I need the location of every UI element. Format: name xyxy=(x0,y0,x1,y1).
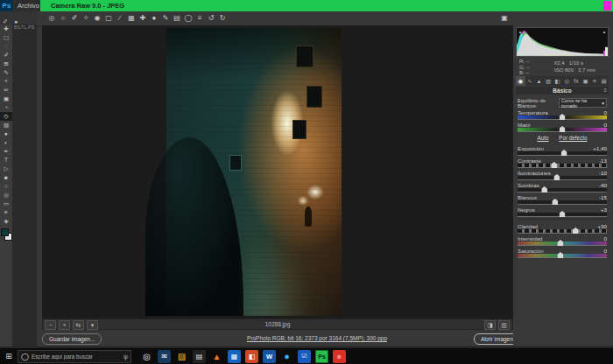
quick-selection-tool-icon[interactable]: ✐ xyxy=(0,51,12,60)
artboard-tool-icon[interactable]: ▭ xyxy=(0,200,12,208)
preview-image[interactable] xyxy=(166,28,342,316)
slider-thumb[interactable] xyxy=(541,186,547,192)
dodge-tool-icon[interactable]: ◐ xyxy=(0,138,12,147)
taskbar-cortana-icon[interactable]: ◎ xyxy=(140,350,153,363)
history-brush-tool-icon[interactable]: ◔ xyxy=(0,103,12,112)
taskbar-app-orange-icon[interactable]: ◧ xyxy=(245,350,258,363)
shadow-clipping-indicator[interactable]: ▴ xyxy=(518,29,523,34)
ps-document-tab[interactable]: BILTL.PS xyxy=(14,24,37,30)
highlight-clipping-indicator[interactable]: ▴ xyxy=(602,29,607,34)
red-eye-tool-icon[interactable]: ● xyxy=(150,11,159,25)
transform-tool-icon[interactable]: ▦ xyxy=(127,11,136,25)
slider-thumb[interactable] xyxy=(573,228,579,234)
taskbar-edge-icon[interactable]: ● xyxy=(280,350,293,363)
brush-tool-icon[interactable]: ✏ xyxy=(0,86,12,94)
tab-split-toning[interactable]: ◧ xyxy=(553,76,562,86)
slider-thumb[interactable] xyxy=(560,114,566,120)
white-balance-select[interactable]: Como se ha tomado ▾ xyxy=(559,98,607,108)
straighten-tool-icon[interactable]: ∕ xyxy=(116,11,124,25)
gradient-tool-icon[interactable]: ▨ xyxy=(0,121,12,130)
rotate-right-icon[interactable]: ↻ xyxy=(218,11,227,25)
zoom-tool-icon[interactable]: ◎ xyxy=(47,11,56,25)
taskbar-vlc-icon[interactable]: ▲ xyxy=(210,350,223,363)
tab-basic[interactable]: ◉ xyxy=(516,76,525,86)
slider-thumb[interactable] xyxy=(560,126,566,132)
rotate-left-icon[interactable]: ↺ xyxy=(207,11,215,25)
blacks-slider: Negros xyxy=(518,206,535,213)
toggle-fullscreen-icon[interactable]: ▣ xyxy=(499,11,510,25)
taskbar-photoshop-icon[interactable]: Ps xyxy=(315,350,328,363)
tab-snapshots[interactable]: ▤ xyxy=(599,76,609,86)
save-image-button[interactable]: Guardar imagen... xyxy=(42,333,102,345)
move-tool-icon[interactable]: ✚ xyxy=(0,24,12,33)
crop-tool-icon[interactable]: ⊞ xyxy=(0,60,12,68)
highlights-slider: Iluminaciones xyxy=(518,170,551,176)
edit-toolbar-icon[interactable]: ≡ xyxy=(0,208,12,217)
acr-window-title[interactable]: Camera Raw 9.0 - JPEG xyxy=(40,0,613,11)
slider-thumb[interactable] xyxy=(552,199,558,205)
adjustment-brush-tool-icon[interactable]: ✎ xyxy=(161,11,170,25)
slider-thumb[interactable] xyxy=(561,150,567,156)
microphone-icon[interactable]: ψ xyxy=(123,354,128,360)
slider-thumb[interactable] xyxy=(560,211,566,217)
taskbar-app-blue-icon[interactable]: ▦ xyxy=(228,350,241,363)
slider-thumb[interactable] xyxy=(557,240,563,246)
slider-thumb[interactable] xyxy=(557,252,563,258)
workflow-options-link[interactable]: ProPhoto RGB; bit 16; 2373 por 3164 (7,5… xyxy=(142,330,492,346)
preview-mode-button[interactable]: ▥ xyxy=(498,320,510,330)
hand-tool-icon[interactable]: ○ xyxy=(59,11,67,25)
clarity-slider: Claridad+30 xyxy=(518,223,607,233)
targeted-adjustment-tool-icon[interactable]: ◉ xyxy=(93,11,102,25)
tab-effects[interactable]: fx xyxy=(572,76,581,86)
basic-panel-content: Equilibrio de Blancos: Como se ha tomado… xyxy=(518,98,607,260)
taskbar-red-app-icon[interactable]: ■ xyxy=(333,350,346,363)
taskbar-todo-icon[interactable]: ☑ xyxy=(298,350,311,363)
spot-removal-tool-icon[interactable]: ✚ xyxy=(138,11,147,25)
tab-presets[interactable]: ≡ xyxy=(590,76,600,86)
foreground-color-swatch[interactable] xyxy=(1,228,9,236)
clone-stamp-tool-icon[interactable]: ▣ xyxy=(0,94,12,103)
default-link[interactable]: Por defecto xyxy=(559,135,587,141)
type-tool-icon[interactable]: T xyxy=(0,156,12,164)
color-swatches[interactable] xyxy=(0,228,12,241)
tab-lens-corrections[interactable]: ◎ xyxy=(562,76,572,86)
lasso-tool-icon[interactable]: ◌ xyxy=(0,42,12,51)
tab-detail[interactable]: ▲ xyxy=(534,76,544,86)
taskbar-word-icon[interactable]: W xyxy=(263,350,276,363)
menu-archivo[interactable]: Archivo xyxy=(18,0,39,11)
zoom-tool-icon[interactable]: ◎ xyxy=(0,191,12,200)
eraser-tool-icon[interactable]: ◇ xyxy=(0,112,12,121)
preferences-icon[interactable]: ≡ xyxy=(195,11,204,25)
marquee-tool-icon[interactable]: ▢ xyxy=(0,33,12,42)
graduated-filter-tool-icon[interactable]: ▤ xyxy=(173,11,181,25)
taskbar-search-input[interactable]: ◯ Escribe aquí para buscar ψ xyxy=(18,350,131,363)
panel-menu-icon[interactable]: ≡ xyxy=(603,87,607,94)
taskbar-mail-icon[interactable]: ✉ xyxy=(158,350,171,363)
crop-tool-icon[interactable]: ▢ xyxy=(104,11,113,25)
pen-tool-icon[interactable]: ✒ xyxy=(0,147,12,156)
taskbar-notes-icon[interactable]: ▤ xyxy=(193,350,206,363)
windows-taskbar: ⊞ ◯ Escribe aquí para buscar ψ ◎✉▨▤▲▦◧W●… xyxy=(0,348,613,364)
radial-filter-tool-icon[interactable]: ◯ xyxy=(184,11,193,25)
photoshop-logo: Ps xyxy=(0,0,13,11)
start-button[interactable]: ⊞ xyxy=(0,352,18,360)
path-selection-tool-icon[interactable]: ▷ xyxy=(0,164,12,173)
tab-tone-curve[interactable]: ∿ xyxy=(525,76,535,86)
auto-link[interactable]: Auto xyxy=(538,135,549,141)
wall-frame-decoration xyxy=(229,155,242,171)
screen-mode-icon[interactable]: ◈ xyxy=(0,217,12,226)
preview-settings-button[interactable]: ◨ xyxy=(484,320,496,330)
healing-brush-tool-icon[interactable]: + xyxy=(0,77,12,86)
slider-thumb[interactable] xyxy=(551,162,557,168)
eyedropper-tool-icon[interactable]: ✎ xyxy=(0,68,12,77)
taskbar-explorer-icon[interactable]: ▨ xyxy=(175,350,188,363)
tab-camera-calibration[interactable]: ▣ xyxy=(581,76,590,86)
hand-tool-icon[interactable]: ○ xyxy=(0,182,12,191)
slider-thumb[interactable] xyxy=(553,174,560,180)
color-sampler-tool-icon[interactable]: ✧ xyxy=(81,11,90,25)
tab-hsl-grayscale[interactable]: ▥ xyxy=(544,76,553,86)
shape-tool-icon[interactable]: ■ xyxy=(0,173,12,182)
white-balance-tool-icon[interactable]: ✐ xyxy=(70,11,79,25)
histogram[interactable]: ▴ ▴ xyxy=(516,27,609,57)
blur-tool-icon[interactable]: ● xyxy=(0,130,12,138)
